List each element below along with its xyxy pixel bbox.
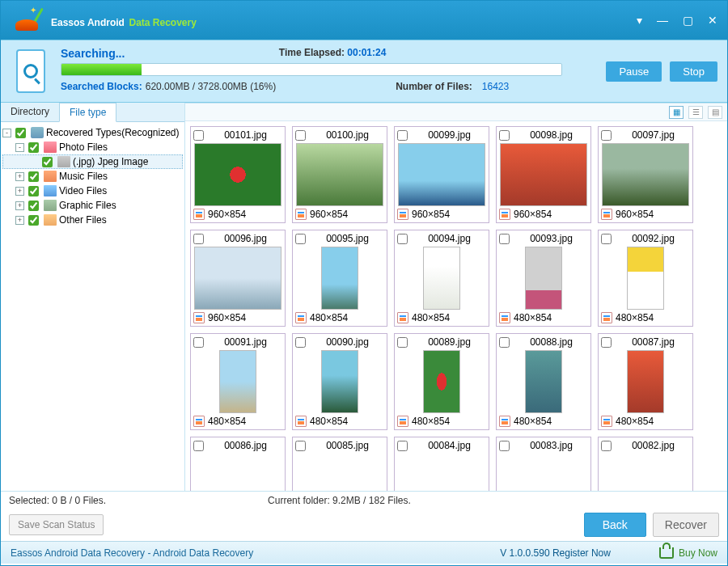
- thumb-filename: 00089.jpg: [413, 336, 486, 348]
- app-title: Eassos Android Data Recovery: [51, 11, 197, 30]
- thumbnail-grid[interactable]: 00101.jpg960×85400100.jpg960×85400099.jp…: [185, 121, 727, 491]
- thumb-checkbox[interactable]: [499, 441, 510, 451]
- pc-icon: [31, 127, 44, 138]
- thumb-preview: [601, 247, 690, 310]
- thumb-checkbox[interactable]: [397, 441, 408, 451]
- thumb-checkbox[interactable]: [601, 234, 612, 244]
- recover-button[interactable]: Recover: [653, 513, 719, 537]
- maximize-icon[interactable]: ▢: [683, 14, 693, 27]
- thumb-checkbox[interactable]: [601, 337, 612, 348]
- thumbnail-item[interactable]: 00096.jpg960×854: [190, 230, 286, 327]
- tree-node-4[interactable]: +Video Files: [2, 184, 183, 198]
- thumbnail-item[interactable]: 00099.jpg960×854: [394, 126, 489, 223]
- view-thumbnails-button[interactable]: ▦: [669, 106, 684, 119]
- tree-node-6[interactable]: +Other Files: [2, 213, 183, 227]
- tree-checkbox[interactable]: [28, 142, 39, 153]
- thumb-checkbox[interactable]: [499, 234, 510, 244]
- thumb-checkbox[interactable]: [397, 234, 408, 244]
- file-icon: [499, 416, 510, 427]
- file-icon: [397, 416, 408, 427]
- thumbnail-item[interactable]: 00092.jpg480×854: [598, 230, 693, 327]
- tree-checkbox[interactable]: [28, 186, 39, 196]
- thumb-checkbox[interactable]: [193, 234, 204, 244]
- thumb-checkbox[interactable]: [397, 337, 408, 348]
- minimize-icon[interactable]: —: [657, 14, 668, 27]
- dropdown-icon[interactable]: ▾: [637, 14, 642, 27]
- tree-node-2[interactable]: (.jpg) Jpeg Image: [2, 154, 183, 169]
- file-icon: [193, 416, 205, 427]
- tree-checkbox[interactable]: [28, 171, 39, 182]
- thumb-checkbox[interactable]: [193, 337, 204, 348]
- thumbnail-item[interactable]: 00086.jpg: [190, 437, 286, 491]
- thumbnail-item[interactable]: 00087.jpg480×854: [598, 333, 693, 430]
- thumbnail-item[interactable]: 00097.jpg960×854: [598, 126, 693, 223]
- view-details-button[interactable]: ▤: [708, 106, 722, 119]
- thumb-checkbox[interactable]: [295, 234, 306, 244]
- thumbnail-item[interactable]: 00101.jpg960×854: [190, 126, 286, 223]
- file-icon: [499, 209, 510, 220]
- tree-node-5[interactable]: +Graphic Files: [2, 198, 183, 213]
- thumb-filename: 00085.jpg: [311, 440, 384, 451]
- thumb-preview: [601, 350, 690, 413]
- thumb-checkbox[interactable]: [193, 441, 204, 451]
- thumb-dimensions: 480×854: [310, 312, 348, 323]
- stop-button[interactable]: Stop: [670, 61, 717, 82]
- thumb-checkbox[interactable]: [601, 130, 612, 141]
- tree-checkbox[interactable]: [15, 128, 26, 138]
- thumb-checkbox[interactable]: [295, 130, 306, 141]
- tree-node-3[interactable]: +Music Files: [2, 169, 183, 184]
- thumbnail-item[interactable]: 00091.jpg480×854: [190, 333, 286, 430]
- thumb-checkbox[interactable]: [499, 130, 510, 141]
- thumbnail-item[interactable]: 00090.jpg480×854: [292, 333, 387, 430]
- tab-directory[interactable]: Directory: [1, 103, 59, 121]
- thumbnail-item[interactable]: 00089.jpg480×854: [394, 333, 489, 430]
- tree-label: (.jpg) Jpeg Image: [73, 156, 148, 167]
- thumbnail-item[interactable]: 00098.jpg960×854: [496, 126, 591, 223]
- thumb-dimensions: 960×854: [208, 312, 246, 323]
- thumb-checkbox[interactable]: [295, 441, 306, 451]
- thumbnail-item[interactable]: 00085.jpg: [292, 437, 387, 491]
- tree-label: Video Files: [59, 185, 107, 196]
- save-scan-button[interactable]: Save Scan Status: [9, 514, 104, 535]
- thumbnail-item[interactable]: 00095.jpg480×854: [292, 230, 387, 327]
- pause-button[interactable]: Pause: [606, 61, 662, 82]
- tree-label: Recovered Types(Recognized): [46, 127, 180, 138]
- thumb-dimensions: 480×854: [208, 416, 246, 427]
- version-register[interactable]: V 1.0.0.590 Register Now: [500, 547, 611, 559]
- photo-icon: [44, 142, 57, 153]
- expand-icon[interactable]: -: [15, 143, 24, 152]
- thumb-checkbox[interactable]: [193, 130, 204, 141]
- tree-checkbox[interactable]: [28, 215, 39, 226]
- tree-node-0[interactable]: -Recovered Types(Recognized): [2, 125, 183, 140]
- tree-checkbox[interactable]: [28, 201, 39, 211]
- thumbnail-item[interactable]: 00100.jpg960×854: [292, 126, 387, 223]
- buy-now-link[interactable]: Buy Now: [659, 547, 717, 559]
- expand-icon[interactable]: +: [15, 216, 24, 225]
- close-icon[interactable]: ✕: [708, 14, 717, 27]
- thumb-dimensions: 480×854: [616, 312, 654, 323]
- expand-icon[interactable]: -: [2, 129, 11, 137]
- thumbnail-item[interactable]: 00084.jpg: [394, 437, 489, 491]
- view-list-button[interactable]: ☰: [688, 106, 703, 119]
- tree-node-1[interactable]: -Photo Files: [2, 140, 183, 154]
- expand-icon[interactable]: +: [15, 201, 24, 210]
- expand-icon[interactable]: +: [15, 172, 24, 181]
- thumb-checkbox[interactable]: [601, 441, 612, 451]
- thumbnail-item[interactable]: 00082.jpg: [598, 437, 693, 491]
- back-button[interactable]: Back: [584, 513, 646, 537]
- thumbnail-item[interactable]: 00088.jpg480×854: [496, 333, 591, 430]
- thumb-dimensions: 480×854: [514, 416, 552, 427]
- thumb-filename: 00087.jpg: [616, 336, 690, 348]
- files-label: Number of Files:: [396, 81, 472, 92]
- title-part1: Eassos Android: [51, 17, 125, 28]
- thumb-checkbox[interactable]: [397, 130, 408, 141]
- tab-file-type[interactable]: File type: [59, 103, 116, 122]
- thumb-checkbox[interactable]: [499, 337, 510, 348]
- thumb-dimensions: 960×854: [514, 209, 552, 220]
- tree-checkbox[interactable]: [42, 157, 53, 167]
- thumbnail-item[interactable]: 00094.jpg480×854: [394, 230, 489, 327]
- thumbnail-item[interactable]: 00093.jpg480×854: [496, 230, 591, 327]
- expand-icon[interactable]: +: [15, 187, 24, 196]
- thumbnail-item[interactable]: 00083.jpg: [496, 437, 591, 491]
- thumb-checkbox[interactable]: [295, 337, 306, 348]
